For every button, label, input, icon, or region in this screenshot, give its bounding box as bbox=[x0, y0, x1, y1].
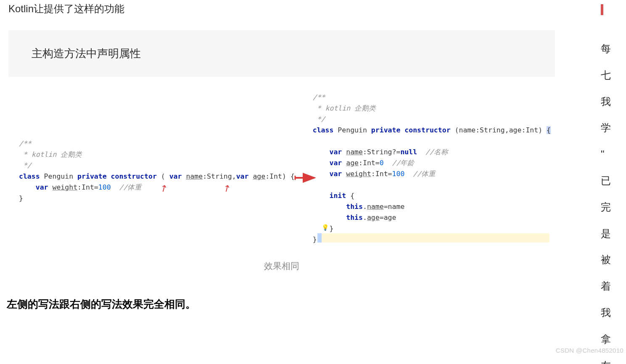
sidebar-text: 我 bbox=[601, 304, 626, 322]
sidebar-text: 我 bbox=[601, 93, 626, 111]
dot: . bbox=[363, 214, 367, 222]
keyword-var: var bbox=[236, 172, 253, 180]
class-name: Penguin bbox=[40, 172, 77, 180]
literal-0: 0 bbox=[380, 159, 384, 167]
sidebar-text: 拿 bbox=[601, 331, 626, 348]
brace-close: } bbox=[313, 235, 317, 243]
literal-100: 100 bbox=[98, 183, 111, 191]
indent bbox=[19, 183, 36, 191]
class-name: Penguin bbox=[333, 126, 371, 134]
figure-caption: 效果相同 bbox=[8, 260, 555, 272]
sidebar-text: 七 bbox=[601, 67, 626, 84]
brace-close: } bbox=[19, 194, 23, 202]
indent bbox=[313, 148, 330, 156]
dot: . bbox=[363, 203, 367, 211]
brace-close-init: } bbox=[330, 224, 334, 232]
sidebar-text: 已 bbox=[601, 172, 626, 190]
prop-name: name bbox=[346, 148, 363, 156]
sidebar-accent-bar bbox=[601, 4, 603, 15]
param-age: age bbox=[253, 172, 265, 180]
doc-comment: * kotlin 企鹅类 bbox=[19, 150, 82, 158]
keyword-private: private bbox=[77, 172, 107, 180]
field-name: name bbox=[367, 203, 384, 211]
sidebar-text: 是 bbox=[601, 225, 626, 243]
indent bbox=[313, 192, 330, 200]
sidebar-text: 着 bbox=[601, 278, 626, 295]
indent bbox=[313, 159, 330, 167]
field-age: age bbox=[367, 214, 380, 222]
keyword-constructor: constructor bbox=[107, 172, 161, 180]
doc-comment: */ bbox=[19, 161, 32, 169]
assign-age: =age bbox=[380, 214, 396, 222]
lightbulb-icon: 💡 bbox=[322, 224, 329, 231]
comment-weight: //体重 bbox=[111, 183, 142, 191]
prop-weight: weight bbox=[346, 170, 371, 178]
blockquote-box: 主构造方法中声明属性 bbox=[8, 30, 555, 77]
code-block-left: /** * kotlin 企鹅类 */ class Penguin privat… bbox=[19, 138, 295, 204]
keyword-private: private bbox=[371, 126, 401, 134]
keyword-init: init bbox=[330, 192, 351, 200]
comment-weight: //体重 bbox=[404, 170, 436, 178]
indent bbox=[313, 170, 330, 178]
keyword-var: var bbox=[169, 172, 186, 180]
param-name: name bbox=[186, 172, 203, 180]
doc-comment: /** bbox=[19, 140, 32, 148]
type-annotation: :String, bbox=[203, 172, 236, 180]
sidebar-preview: 每 七 我 学 " 已 完 是 被 着 我 拿 友 前 bbox=[601, 4, 626, 364]
sidebar-text: 完 bbox=[601, 199, 626, 216]
assign-name: =name bbox=[384, 203, 405, 211]
literal-100: 100 bbox=[392, 170, 405, 178]
comment-age: //年龄 bbox=[384, 159, 415, 167]
conclusion-statement: 左侧的写法跟右侧的写法效果完全相同。 bbox=[7, 297, 555, 311]
keyword-var: var bbox=[330, 170, 346, 178]
brace-open: { bbox=[547, 126, 551, 134]
watermark: CSDN @Chen4852010 bbox=[556, 347, 623, 354]
sidebar-text: 学 bbox=[601, 119, 626, 137]
doc-comment: /** bbox=[313, 93, 325, 101]
keyword-class: class bbox=[313, 126, 334, 134]
params: (name:String,age:Int) bbox=[455, 126, 547, 134]
type-annotation: :Int= bbox=[371, 170, 392, 178]
keyword-null: null bbox=[400, 148, 417, 156]
keyword-var: var bbox=[36, 183, 53, 191]
comment-name: //名称 bbox=[417, 148, 448, 156]
keyword-var: var bbox=[330, 159, 346, 167]
keyword-this: this bbox=[346, 203, 363, 211]
paren-open: ( bbox=[161, 172, 169, 180]
type-annotation: :Int= bbox=[77, 183, 98, 191]
keyword-constructor: constructor bbox=[400, 126, 454, 134]
prop-weight: weight bbox=[53, 183, 78, 191]
doc-comment: * kotlin 企鹅类 bbox=[313, 104, 376, 112]
sidebar-text: 友 bbox=[601, 357, 626, 364]
intro-text: Kotlin让提供了这样的功能 bbox=[8, 2, 555, 16]
type-annotation: :Int) { bbox=[265, 172, 295, 180]
code-block-right: /** * kotlin 企鹅类 */ class Penguin privat… bbox=[313, 92, 551, 245]
type-annotation: :Int= bbox=[359, 159, 380, 167]
prop-age: age bbox=[346, 159, 359, 167]
blockquote-text: 主构造方法中声明属性 bbox=[32, 46, 547, 61]
type-annotation: :String?= bbox=[363, 148, 400, 156]
keyword-this: this bbox=[346, 214, 363, 222]
keyword-var: var bbox=[330, 148, 346, 156]
sidebar-text: 每 bbox=[601, 40, 626, 58]
brace-open: { bbox=[350, 192, 354, 200]
code-comparison-figure: /** * kotlin 企鹅类 */ class Penguin privat… bbox=[8, 88, 555, 248]
sidebar-text: " bbox=[601, 146, 626, 163]
sidebar-text: 被 bbox=[601, 251, 626, 269]
keyword-class: class bbox=[19, 172, 40, 180]
doc-comment: */ bbox=[313, 115, 325, 123]
indent bbox=[313, 203, 346, 211]
indent bbox=[313, 214, 346, 222]
